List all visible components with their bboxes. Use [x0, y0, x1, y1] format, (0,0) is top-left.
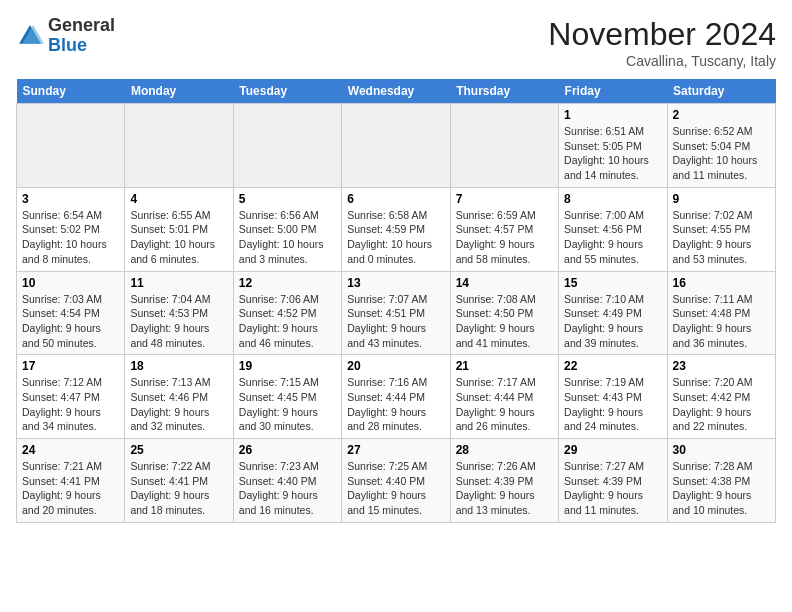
day-number: 14 [456, 276, 553, 290]
day-number: 4 [130, 192, 227, 206]
day-info: Sunrise: 7:02 AM Sunset: 4:55 PM Dayligh… [673, 208, 770, 267]
calendar-cell: 20Sunrise: 7:16 AM Sunset: 4:44 PM Dayli… [342, 355, 450, 439]
calendar-cell: 29Sunrise: 7:27 AM Sunset: 4:39 PM Dayli… [559, 439, 667, 523]
calendar-table: SundayMondayTuesdayWednesdayThursdayFrid… [16, 79, 776, 523]
calendar-cell: 17Sunrise: 7:12 AM Sunset: 4:47 PM Dayli… [17, 355, 125, 439]
day-info: Sunrise: 7:10 AM Sunset: 4:49 PM Dayligh… [564, 292, 661, 351]
day-info: Sunrise: 7:00 AM Sunset: 4:56 PM Dayligh… [564, 208, 661, 267]
day-number: 20 [347, 359, 444, 373]
day-number: 3 [22, 192, 119, 206]
day-info: Sunrise: 7:16 AM Sunset: 4:44 PM Dayligh… [347, 375, 444, 434]
calendar-cell: 23Sunrise: 7:20 AM Sunset: 4:42 PM Dayli… [667, 355, 775, 439]
calendar-week-5: 24Sunrise: 7:21 AM Sunset: 4:41 PM Dayli… [17, 439, 776, 523]
day-number: 7 [456, 192, 553, 206]
day-number: 24 [22, 443, 119, 457]
calendar-week-4: 17Sunrise: 7:12 AM Sunset: 4:47 PM Dayli… [17, 355, 776, 439]
day-number: 16 [673, 276, 770, 290]
day-info: Sunrise: 6:51 AM Sunset: 5:05 PM Dayligh… [564, 124, 661, 183]
day-info: Sunrise: 7:08 AM Sunset: 4:50 PM Dayligh… [456, 292, 553, 351]
day-number: 12 [239, 276, 336, 290]
logo: General Blue [16, 16, 115, 56]
calendar-header-row: SundayMondayTuesdayWednesdayThursdayFrid… [17, 79, 776, 104]
calendar-cell: 24Sunrise: 7:21 AM Sunset: 4:41 PM Dayli… [17, 439, 125, 523]
title-block: November 2024 Cavallina, Tuscany, Italy [548, 16, 776, 69]
calendar-week-1: 1Sunrise: 6:51 AM Sunset: 5:05 PM Daylig… [17, 104, 776, 188]
day-number: 17 [22, 359, 119, 373]
day-number: 30 [673, 443, 770, 457]
calendar-cell [342, 104, 450, 188]
calendar-cell: 8Sunrise: 7:00 AM Sunset: 4:56 PM Daylig… [559, 187, 667, 271]
day-header-thursday: Thursday [450, 79, 558, 104]
calendar-cell [17, 104, 125, 188]
calendar-cell: 19Sunrise: 7:15 AM Sunset: 4:45 PM Dayli… [233, 355, 341, 439]
day-number: 5 [239, 192, 336, 206]
month-title: November 2024 [548, 16, 776, 53]
day-number: 27 [347, 443, 444, 457]
day-info: Sunrise: 7:13 AM Sunset: 4:46 PM Dayligh… [130, 375, 227, 434]
day-number: 23 [673, 359, 770, 373]
calendar-body: 1Sunrise: 6:51 AM Sunset: 5:05 PM Daylig… [17, 104, 776, 523]
day-info: Sunrise: 6:55 AM Sunset: 5:01 PM Dayligh… [130, 208, 227, 267]
day-info: Sunrise: 7:28 AM Sunset: 4:38 PM Dayligh… [673, 459, 770, 518]
day-header-sunday: Sunday [17, 79, 125, 104]
day-info: Sunrise: 7:06 AM Sunset: 4:52 PM Dayligh… [239, 292, 336, 351]
calendar-cell: 7Sunrise: 6:59 AM Sunset: 4:57 PM Daylig… [450, 187, 558, 271]
calendar-cell: 6Sunrise: 6:58 AM Sunset: 4:59 PM Daylig… [342, 187, 450, 271]
day-header-saturday: Saturday [667, 79, 775, 104]
calendar-cell: 9Sunrise: 7:02 AM Sunset: 4:55 PM Daylig… [667, 187, 775, 271]
day-number: 26 [239, 443, 336, 457]
calendar-cell: 12Sunrise: 7:06 AM Sunset: 4:52 PM Dayli… [233, 271, 341, 355]
day-header-wednesday: Wednesday [342, 79, 450, 104]
logo-general: General [48, 16, 115, 36]
calendar-cell: 21Sunrise: 7:17 AM Sunset: 4:44 PM Dayli… [450, 355, 558, 439]
calendar-cell: 16Sunrise: 7:11 AM Sunset: 4:48 PM Dayli… [667, 271, 775, 355]
day-number: 18 [130, 359, 227, 373]
calendar-cell: 13Sunrise: 7:07 AM Sunset: 4:51 PM Dayli… [342, 271, 450, 355]
day-header-friday: Friday [559, 79, 667, 104]
calendar-cell: 18Sunrise: 7:13 AM Sunset: 4:46 PM Dayli… [125, 355, 233, 439]
calendar-cell [233, 104, 341, 188]
day-info: Sunrise: 7:19 AM Sunset: 4:43 PM Dayligh… [564, 375, 661, 434]
day-number: 6 [347, 192, 444, 206]
day-info: Sunrise: 7:15 AM Sunset: 4:45 PM Dayligh… [239, 375, 336, 434]
calendar-cell: 3Sunrise: 6:54 AM Sunset: 5:02 PM Daylig… [17, 187, 125, 271]
calendar-cell: 22Sunrise: 7:19 AM Sunset: 4:43 PM Dayli… [559, 355, 667, 439]
day-number: 10 [22, 276, 119, 290]
day-info: Sunrise: 6:54 AM Sunset: 5:02 PM Dayligh… [22, 208, 119, 267]
day-number: 29 [564, 443, 661, 457]
day-info: Sunrise: 6:52 AM Sunset: 5:04 PM Dayligh… [673, 124, 770, 183]
day-info: Sunrise: 7:20 AM Sunset: 4:42 PM Dayligh… [673, 375, 770, 434]
day-header-monday: Monday [125, 79, 233, 104]
day-number: 8 [564, 192, 661, 206]
day-number: 1 [564, 108, 661, 122]
day-header-tuesday: Tuesday [233, 79, 341, 104]
day-info: Sunrise: 7:07 AM Sunset: 4:51 PM Dayligh… [347, 292, 444, 351]
calendar-cell: 4Sunrise: 6:55 AM Sunset: 5:01 PM Daylig… [125, 187, 233, 271]
logo-icon [16, 22, 44, 50]
day-info: Sunrise: 7:21 AM Sunset: 4:41 PM Dayligh… [22, 459, 119, 518]
calendar-week-2: 3Sunrise: 6:54 AM Sunset: 5:02 PM Daylig… [17, 187, 776, 271]
calendar-cell: 28Sunrise: 7:26 AM Sunset: 4:39 PM Dayli… [450, 439, 558, 523]
day-info: Sunrise: 6:56 AM Sunset: 5:00 PM Dayligh… [239, 208, 336, 267]
calendar-cell: 26Sunrise: 7:23 AM Sunset: 4:40 PM Dayli… [233, 439, 341, 523]
calendar-cell: 30Sunrise: 7:28 AM Sunset: 4:38 PM Dayli… [667, 439, 775, 523]
day-info: Sunrise: 7:03 AM Sunset: 4:54 PM Dayligh… [22, 292, 119, 351]
calendar-cell: 14Sunrise: 7:08 AM Sunset: 4:50 PM Dayli… [450, 271, 558, 355]
location-subtitle: Cavallina, Tuscany, Italy [548, 53, 776, 69]
calendar-cell [450, 104, 558, 188]
day-number: 13 [347, 276, 444, 290]
day-number: 28 [456, 443, 553, 457]
day-info: Sunrise: 7:27 AM Sunset: 4:39 PM Dayligh… [564, 459, 661, 518]
day-info: Sunrise: 7:26 AM Sunset: 4:39 PM Dayligh… [456, 459, 553, 518]
day-info: Sunrise: 7:25 AM Sunset: 4:40 PM Dayligh… [347, 459, 444, 518]
calendar-cell: 27Sunrise: 7:25 AM Sunset: 4:40 PM Dayli… [342, 439, 450, 523]
day-number: 22 [564, 359, 661, 373]
day-info: Sunrise: 7:04 AM Sunset: 4:53 PM Dayligh… [130, 292, 227, 351]
day-number: 9 [673, 192, 770, 206]
calendar-cell [125, 104, 233, 188]
calendar-cell: 1Sunrise: 6:51 AM Sunset: 5:05 PM Daylig… [559, 104, 667, 188]
day-info: Sunrise: 6:58 AM Sunset: 4:59 PM Dayligh… [347, 208, 444, 267]
day-number: 21 [456, 359, 553, 373]
calendar-week-3: 10Sunrise: 7:03 AM Sunset: 4:54 PM Dayli… [17, 271, 776, 355]
day-info: Sunrise: 7:12 AM Sunset: 4:47 PM Dayligh… [22, 375, 119, 434]
